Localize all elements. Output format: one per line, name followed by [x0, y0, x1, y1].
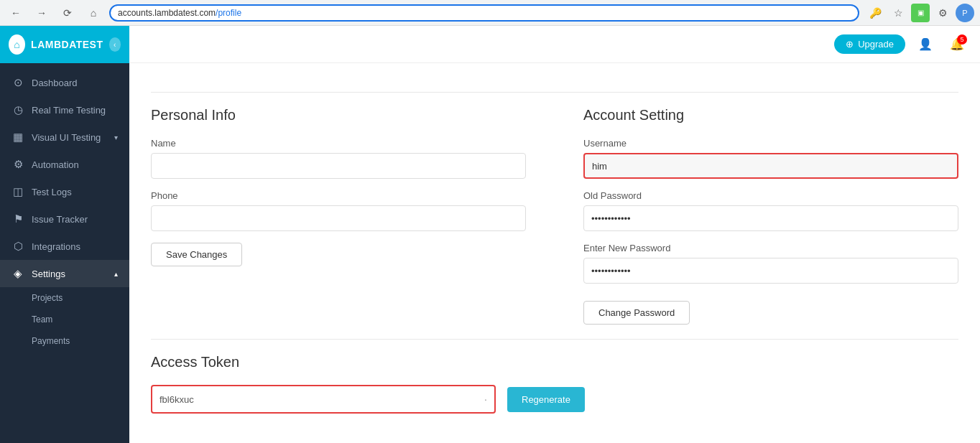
change-password-button[interactable]: Change Password	[583, 301, 690, 325]
profile-form-row: Personal Info Name Phone Save Changes Ac…	[151, 107, 958, 325]
username-input[interactable]	[583, 153, 958, 179]
sidebar-item-automation[interactable]: ⚙ Automation	[0, 151, 129, 178]
settings-icon-btn[interactable]: ⚙	[933, 3, 953, 23]
personal-info-column: Personal Info Name Phone Save Changes	[151, 107, 526, 325]
top-divider	[151, 92, 958, 93]
browser-chrome: ← → ⟳ ⌂ accounts.lambdatest.com/profile …	[0, 0, 980, 26]
new-password-form-group: Enter New Password	[583, 243, 958, 284]
sidebar: ⌂ LAMBDATEST ‹ ⊙ Dashboard ◷ Real Time T…	[0, 26, 129, 443]
sidebar-item-dashboard[interactable]: ⊙ Dashboard	[0, 69, 129, 96]
sidebar-collapse-button[interactable]: ‹	[109, 37, 121, 52]
phone-form-group: Phone	[151, 190, 526, 231]
sidebar-item-label: Real Time Testing	[32, 105, 106, 116]
sidebar-header: ⌂ LAMBDATEST ‹	[0, 26, 129, 63]
notification-badge: 5	[957, 34, 967, 45]
visual-ui-testing-icon: ▦	[11, 131, 24, 144]
token-copy-icon[interactable]: ·	[484, 393, 487, 405]
brand-name: LAMBDATEST	[31, 39, 103, 50]
forward-button[interactable]: →	[32, 3, 52, 23]
dashboard-icon: ⊙	[11, 76, 24, 89]
main-content: Personal Info Name Phone Save Changes Ac…	[129, 63, 980, 443]
old-password-input[interactable]	[583, 205, 958, 231]
settings-icon: ◈	[11, 267, 24, 280]
sidebar-item-issue-tracker[interactable]: ⚑ Issue Tracker	[0, 205, 129, 233]
sidebar-nav: ⊙ Dashboard ◷ Real Time Testing ▦ Visual…	[0, 63, 129, 443]
issue-tracker-icon: ⚑	[11, 213, 24, 225]
name-form-group: Name	[151, 138, 526, 179]
projects-label: Projects	[32, 293, 63, 303]
refresh-button[interactable]: ⟳	[57, 3, 78, 23]
logo-icon: ⌂	[9, 34, 25, 55]
key-icon-btn[interactable]: 🔑	[865, 3, 885, 23]
sidebar-item-label: Integrations	[32, 241, 80, 252]
profile-avatar: P	[956, 4, 974, 22]
phone-input[interactable]	[151, 205, 526, 231]
sidebar-sub-item-projects[interactable]: Projects	[0, 287, 129, 309]
upgrade-plus-icon: ⊕	[846, 39, 854, 50]
account-setting-column: Account Setting Username Old Password En…	[583, 107, 958, 325]
sidebar-item-real-time-testing[interactable]: ◷ Real Time Testing	[0, 96, 129, 123]
topbar: ⊕ Upgrade 👤 🔔 5	[129, 26, 980, 63]
upgrade-label: Upgrade	[858, 39, 894, 50]
sidebar-item-label: Issue Tracker	[32, 214, 88, 225]
new-password-input[interactable]	[583, 258, 958, 284]
personal-info-title: Personal Info	[151, 107, 526, 123]
sidebar-item-label: Settings	[32, 269, 65, 279]
real-time-testing-icon: ◷	[11, 103, 24, 116]
team-label: Team	[32, 314, 52, 325]
regenerate-button[interactable]: Regenerate	[507, 387, 585, 412]
test-logs-icon: ◫	[11, 185, 24, 198]
username-label: Username	[583, 138, 958, 149]
middle-divider	[151, 339, 958, 340]
sidebar-item-label: Visual UI Testing	[32, 132, 101, 143]
sidebar-item-label: Automation	[32, 159, 79, 170]
browser-icons: 🔑 ☆ ▣ ⚙ P	[865, 3, 974, 23]
user-icon-button[interactable]: 👤	[914, 33, 937, 56]
account-setting-title: Account Setting	[583, 107, 958, 123]
name-label: Name	[151, 138, 526, 149]
sidebar-item-settings[interactable]: ◈ Settings ▴	[0, 260, 129, 287]
back-button[interactable]: ←	[6, 3, 26, 23]
old-password-form-group: Old Password	[583, 190, 958, 231]
sidebar-sub-item-payments[interactable]: Payments	[0, 330, 129, 352]
token-input[interactable]	[160, 394, 484, 405]
phone-label: Phone	[151, 190, 526, 201]
upgrade-button[interactable]: ⊕ Upgrade	[834, 34, 905, 54]
sidebar-item-label: Dashboard	[32, 78, 78, 88]
access-token-section: Access Token · Regenerate	[151, 354, 958, 414]
sidebar-item-label: Test Logs	[32, 187, 72, 197]
bookmark-icon-btn[interactable]: ☆	[888, 3, 908, 23]
token-input-wrapper: ·	[151, 385, 496, 414]
username-form-group: Username	[583, 138, 958, 179]
address-url: accounts.lambdatest.com/profile	[118, 8, 241, 18]
chevron-up-icon: ▴	[114, 270, 118, 278]
sidebar-item-visual-ui-testing[interactable]: ▦ Visual UI Testing ▾	[0, 123, 129, 151]
extensions-icon: ▣	[911, 4, 930, 22]
access-token-title: Access Token	[151, 354, 958, 370]
sidebar-item-integrations[interactable]: ⬡ Integrations	[0, 233, 129, 260]
access-token-row: · Regenerate	[151, 385, 958, 414]
save-changes-button[interactable]: Save Changes	[151, 243, 242, 266]
chevron-down-icon: ▾	[114, 134, 118, 141]
integrations-icon: ⬡	[11, 240, 24, 253]
app-container: ⌂ LAMBDATEST ‹ ⊙ Dashboard ◷ Real Time T…	[0, 26, 980, 443]
sidebar-sub-item-team[interactable]: Team	[0, 309, 129, 330]
automation-icon: ⚙	[11, 158, 24, 171]
old-password-label: Old Password	[583, 190, 958, 201]
name-input[interactable]	[151, 153, 526, 179]
payments-label: Payments	[32, 336, 70, 346]
sidebar-item-test-logs[interactable]: ◫ Test Logs	[0, 178, 129, 205]
home-button[interactable]: ⌂	[83, 3, 103, 23]
notification-button[interactable]: 🔔 5	[946, 33, 969, 56]
address-bar[interactable]: accounts.lambdatest.com/profile	[109, 4, 859, 22]
new-password-label: Enter New Password	[583, 243, 958, 253]
